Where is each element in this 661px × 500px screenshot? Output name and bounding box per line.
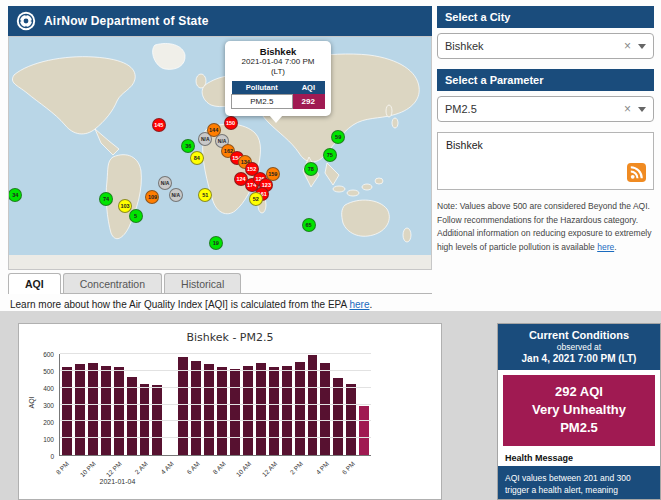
aqi-chart-panel: Bishkek - PM2.5 AQI 8 PM10 PM12 PM2 AM4 … bbox=[18, 323, 442, 500]
rss-icon[interactable] bbox=[627, 163, 646, 182]
gridline bbox=[60, 404, 371, 405]
aqi-marker[interactable]: 75 bbox=[323, 148, 337, 162]
aqi-value: 292 AQI bbox=[507, 383, 651, 401]
cc-timestamp: Jan 4, 2021 7:00 PM (LT) bbox=[502, 353, 656, 364]
aqi-marker[interactable]: 51 bbox=[198, 188, 212, 202]
health-message-title: Health Message bbox=[498, 451, 660, 466]
x-axis-date-label: 2021-01-04 bbox=[100, 478, 136, 485]
health-message-text: AQI values between 201 and 300 trigger a… bbox=[498, 466, 660, 500]
state-department-seal-icon bbox=[16, 11, 36, 31]
select-parameter-header: Select a Parameter bbox=[437, 69, 654, 91]
chart-bar bbox=[114, 367, 124, 455]
map-popup: Bishkek 2021-01-04 7:00 PM (LT) Pollutan… bbox=[225, 41, 331, 116]
chart-bar bbox=[75, 364, 85, 455]
popup-table: Pollutant AQI PM2.5 292 bbox=[231, 81, 325, 109]
chart-plot bbox=[59, 354, 371, 456]
note-after: . bbox=[614, 242, 616, 252]
select-city-header: Select a City bbox=[437, 6, 654, 28]
tab-aqi[interactable]: AQI bbox=[8, 273, 61, 294]
chart-bar bbox=[320, 363, 330, 455]
tab-concentration[interactable]: Concentration bbox=[63, 273, 162, 293]
aqi-marker[interactable]: 159 bbox=[266, 167, 280, 181]
epa-link[interactable]: here bbox=[349, 299, 369, 310]
world-map[interactable]: Bishkek 2021-01-04 7:00 PM (LT) Pollutan… bbox=[8, 36, 432, 270]
chart-bar bbox=[178, 357, 188, 455]
current-conditions-header: Current Conditions observed at Jan 4, 20… bbox=[498, 324, 660, 370]
chart-title: Bishkek - PM2.5 bbox=[19, 331, 441, 344]
clear-city-icon[interactable]: × bbox=[624, 40, 631, 52]
chart-xlabels: 8 PM10 PM12 PM2 AM4 AM6 AM8 AM10 AM12 AM… bbox=[59, 456, 371, 490]
chart-bar bbox=[217, 367, 227, 455]
popup-col-pollutant: Pollutant bbox=[232, 81, 293, 95]
y-tick-label: 0 bbox=[50, 453, 54, 460]
clear-parameter-icon[interactable]: × bbox=[624, 103, 631, 115]
aqi-marker[interactable]: 145 bbox=[152, 118, 166, 132]
sidebar: Select a City Bishkek × Select a Paramet… bbox=[437, 6, 654, 254]
popup-city-name: Bishkek bbox=[231, 46, 325, 57]
aqi-marker[interactable]: 5 bbox=[129, 209, 143, 223]
note-before: Note: Values above 500 are considered Be… bbox=[437, 201, 652, 252]
city-select-value: Bishkek bbox=[445, 40, 624, 52]
aqi-category: Very Unhealthy bbox=[507, 401, 651, 419]
chart-bar bbox=[269, 367, 279, 455]
chevron-down-icon[interactable] bbox=[638, 107, 646, 112]
chart-bar bbox=[204, 364, 214, 455]
gridline bbox=[60, 437, 371, 438]
aqi-marker[interactable]: 78 bbox=[304, 162, 318, 176]
gridline bbox=[60, 420, 371, 421]
chart-bar bbox=[101, 366, 111, 455]
rss-city-label: Bishkek bbox=[446, 139, 483, 151]
gridline bbox=[60, 353, 371, 354]
note-link[interactable]: here bbox=[597, 242, 614, 252]
chart-bar bbox=[282, 366, 292, 455]
learn-more-after: . bbox=[369, 299, 372, 310]
aqi-marker[interactable]: N/A bbox=[169, 188, 183, 202]
chart-bar bbox=[256, 363, 266, 455]
popup-timezone: (LT) bbox=[231, 67, 325, 77]
chart-bar bbox=[295, 362, 305, 455]
learn-more-before: Learn more about how the Air Quality Ind… bbox=[10, 299, 349, 310]
chart-bar bbox=[243, 366, 253, 455]
airnow-page: AirNow Department of State bbox=[0, 0, 661, 500]
aqi-marker[interactable]: 59 bbox=[331, 130, 345, 144]
y-tick-label: 600 bbox=[43, 351, 54, 358]
tab-historical[interactable]: Historical bbox=[164, 273, 241, 293]
y-axis-label: AQI bbox=[28, 396, 35, 408]
chart-bar bbox=[127, 377, 137, 455]
chart-bar bbox=[230, 369, 240, 455]
cc-title: Current Conditions bbox=[502, 329, 656, 341]
aqi-marker[interactable]: 65 bbox=[302, 218, 316, 232]
aqi-marker[interactable]: 34 bbox=[8, 188, 22, 202]
popup-pollutant-value: PM2.5 bbox=[232, 94, 293, 108]
y-tick-label: 300 bbox=[43, 402, 54, 409]
parameter-select-value: PM2.5 bbox=[445, 103, 624, 115]
gridline bbox=[60, 387, 371, 388]
aqi-status-badge: 292 AQI Very Unhealthy PM2.5 bbox=[503, 375, 655, 446]
page-title: AirNow Department of State bbox=[44, 14, 209, 28]
gridline bbox=[60, 370, 371, 371]
city-select[interactable]: Bishkek × bbox=[437, 33, 654, 59]
chart-bar bbox=[333, 378, 343, 455]
learn-more-text: Learn more about how the Air Quality Ind… bbox=[10, 299, 372, 310]
y-tick-label: 500 bbox=[43, 368, 54, 375]
popup-col-aqi: AQI bbox=[292, 81, 324, 95]
chart-bar bbox=[191, 361, 201, 455]
aqi-pollutant: PM2.5 bbox=[507, 419, 651, 437]
y-tick-label: 100 bbox=[43, 436, 54, 443]
chart-yticks: AQI 8 PM10 PM12 PM2 AM4 AM6 AM8 AM10 AM1… bbox=[59, 354, 371, 456]
aqi-marker[interactable]: 150 bbox=[224, 116, 238, 130]
parameter-select[interactable]: PM2.5 × bbox=[437, 96, 654, 122]
rss-feed-box: Bishkek bbox=[437, 132, 654, 190]
tab-bar: AQI Concentration Historical bbox=[8, 272, 432, 294]
y-tick-label: 200 bbox=[43, 419, 54, 426]
chart-bar bbox=[88, 363, 98, 455]
chart-bar bbox=[359, 406, 369, 455]
chevron-down-icon[interactable] bbox=[638, 44, 646, 49]
aqi-marker[interactable]: 84 bbox=[190, 151, 204, 165]
app-header: AirNow Department of State bbox=[8, 6, 432, 36]
cc-observed-at: observed at bbox=[502, 342, 656, 352]
chart-bar bbox=[62, 367, 72, 455]
y-tick-label: 400 bbox=[43, 385, 54, 392]
popup-aqi-value: 292 bbox=[292, 94, 324, 108]
current-conditions-panel: Current Conditions observed at Jan 4, 20… bbox=[497, 323, 661, 500]
